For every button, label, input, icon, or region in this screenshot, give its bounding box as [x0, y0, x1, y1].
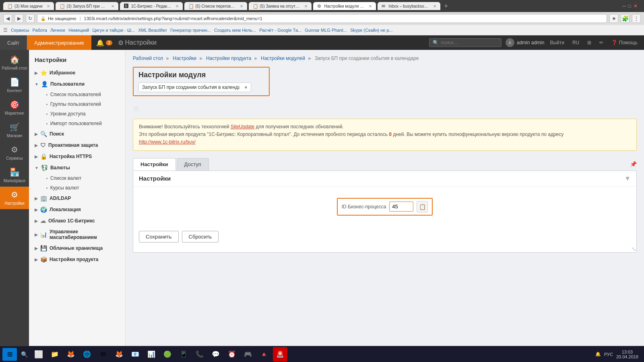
- tab-close-5[interactable]: ✕: [304, 4, 308, 8]
- sidebar-item-import-users[interactable]: ● Импорт пользователей: [40, 119, 125, 128]
- bookmark-personal[interactable]: Личное: [50, 28, 65, 33]
- taskbar-app3[interactable]: 🟢: [160, 347, 175, 362]
- search-box[interactable]: 🔍: [429, 38, 502, 47]
- site-update-link[interactable]: SiteUpdate: [231, 124, 254, 130]
- notifications-button[interactable]: 🔔 3: [96, 39, 112, 47]
- logout-button[interactable]: Выйти: [547, 40, 567, 45]
- taskbar-app8[interactable]: 🎮: [241, 347, 255, 362]
- taskbar-task-view[interactable]: ⬜: [31, 347, 46, 362]
- browser-tab-3[interactable]: 🅱 1С-Битрикс - Редактир... ✕: [120, 2, 183, 10]
- bookmark-xmlbeautifier[interactable]: XML Beautifier: [138, 28, 167, 33]
- tab-close-1[interactable]: ✕: [47, 4, 50, 8]
- bookmark-skype[interactable]: Skype (Скайн) не р...: [350, 28, 393, 33]
- browser-tab-2[interactable]: 📋 (3) Запуск БП при созда... ✕: [56, 2, 118, 10]
- tab-close-2[interactable]: ✕: [111, 4, 114, 8]
- lang-selector[interactable]: RU: [570, 40, 582, 45]
- sidebar-section-adldap[interactable]: ▶ 🏢 AD/LDAP: [29, 193, 125, 204]
- taskbar-app2[interactable]: 📊: [144, 347, 159, 362]
- tab-close-3[interactable]: ✕: [175, 4, 179, 8]
- help-button[interactable]: ❓ Помощь: [609, 40, 640, 45]
- sidebar-item-currency-list[interactable]: ● Список валют: [40, 173, 125, 183]
- menu-btn[interactable]: ⋮: [632, 14, 641, 23]
- breadcrumb-desktop[interactable]: Рабочий стол: [133, 56, 163, 61]
- user-info[interactable]: A admin admin: [506, 38, 545, 47]
- taskbar-mail[interactable]: ✉: [96, 347, 110, 362]
- business-process-id-input[interactable]: [389, 202, 413, 212]
- sidebar-section-favorites[interactable]: ▶ ⭐ Избранное: [29, 67, 125, 78]
- sidebar-section-https[interactable]: ▶ 🔒 Настройка HTTPS: [29, 151, 125, 162]
- back-button[interactable]: ◀: [3, 14, 12, 23]
- taskbar-browser3[interactable]: 🦊: [112, 347, 126, 362]
- save-button[interactable]: Сохранить: [139, 231, 179, 243]
- bookmark-german[interactable]: Немецкий: [68, 28, 89, 33]
- tab-close-6[interactable]: ✕: [369, 4, 372, 8]
- sidebar-section-product-settings[interactable]: ▶ 📦 Настройки продукта: [29, 254, 125, 265]
- taskbar-app6[interactable]: 💬: [208, 347, 223, 362]
- sidebar-section-storage[interactable]: ▶ 💾 Облачные хранилища: [29, 243, 125, 254]
- refresh-button[interactable]: ↻: [26, 14, 35, 23]
- extensions-btn[interactable]: 🧩: [621, 14, 630, 23]
- taskbar-app4[interactable]: 📱: [176, 347, 191, 362]
- tab-close-7[interactable]: ✕: [433, 4, 436, 8]
- sidebar-item-user-list[interactable]: ● Список пользователей: [40, 90, 125, 99]
- start-button[interactable]: ⊞: [2, 348, 17, 361]
- favorite-star[interactable]: ☆: [133, 104, 637, 113]
- sidebar-item-marketing[interactable]: 🎯 Маркетинг: [0, 97, 29, 119]
- sidebar-item-exchange-rates[interactable]: ● Курсы валют: [40, 183, 125, 193]
- taskbar-explorer[interactable]: 📁: [47, 347, 62, 362]
- maximize-btn[interactable]: □: [628, 3, 631, 9]
- sidebar-section-search[interactable]: ▶ 🔍 Поиск: [29, 128, 125, 140]
- taskbar-app9[interactable]: 🔺: [257, 347, 271, 362]
- breadcrumb-module-settings[interactable]: Настройки модулей: [261, 56, 305, 61]
- browser-tab-6[interactable]: ⚙ Настройки модуля - 13... ✕: [313, 2, 376, 10]
- sidebar-item-marketplace[interactable]: 🏪 Marketplace: [0, 164, 29, 187]
- tab-close-4[interactable]: ✕: [240, 4, 243, 8]
- breadcrumb-settings[interactable]: Настройки: [173, 56, 196, 61]
- collapse-button[interactable]: ▼: [624, 175, 631, 182]
- site-button[interactable]: Сайт: [0, 35, 27, 50]
- sidebar-section-cloud[interactable]: ▶ ☁ Облако 1С-Битрикс: [29, 215, 125, 226]
- taskbar-lang[interactable]: РУС: [604, 352, 613, 357]
- address-bar[interactable]: 🔓 Не защищено | 1303i.mcart.ru/bitrix/ad…: [37, 14, 607, 23]
- bookmark-qigong[interactable]: Цигун и тайцзи - Ш...: [92, 28, 135, 33]
- tab-settings[interactable]: Настройки: [133, 158, 176, 171]
- sidebar-item-user-groups[interactable]: ● Группы пользователей: [40, 99, 125, 109]
- tab-access[interactable]: Доступ: [177, 158, 209, 171]
- taskbar-browser1[interactable]: 🦊: [64, 347, 78, 362]
- minimize-btn[interactable]: ─: [622, 3, 626, 9]
- taskbar-search[interactable]: 🔍: [19, 349, 30, 360]
- browser-tab-7[interactable]: ✉ Inbox – busybackson@g... ✕: [378, 2, 440, 10]
- drag-handle[interactable]: ⤡: [632, 246, 636, 252]
- buy-link[interactable]: http://www.1c-bitrix.ru/buy/: [139, 139, 196, 145]
- reset-button[interactable]: Сбросить: [182, 231, 219, 243]
- taskbar-app1[interactable]: 📧: [128, 347, 142, 362]
- browser-tab-5[interactable]: 📋 (5) Заявка на отсутствие ✕: [249, 2, 312, 10]
- bookmark-work[interactable]: Работа: [33, 28, 47, 33]
- process-picker-button[interactable]: 📋: [417, 201, 428, 212]
- bookmark-generator[interactable]: Генератор причин...: [170, 28, 211, 33]
- sidebar-item-desktop[interactable]: 🏠 Рабочий стол: [0, 51, 29, 74]
- browser-tab-4[interactable]: 📋 (5) Список переговорн... ✕: [184, 2, 247, 10]
- breadcrumb-product-settings[interactable]: Настройки продукта: [206, 56, 251, 61]
- bookmark-btn[interactable]: ★: [609, 14, 618, 23]
- settings-topbar-button[interactable]: ⚙ Настройки: [118, 39, 157, 47]
- close-btn[interactable]: ✕: [634, 3, 638, 9]
- taskbar-app10[interactable]: 🚨: [273, 347, 287, 362]
- taskbar-browser2[interactable]: 🌐: [80, 347, 94, 362]
- edit-icon[interactable]: ✏: [597, 40, 606, 45]
- taskbar-notification[interactable]: 🔔: [595, 352, 601, 357]
- new-tab-button[interactable]: +: [442, 2, 450, 10]
- sidebar-section-currencies[interactable]: ▼ 💱 Валюты: [29, 162, 125, 173]
- bookmark-gunnar[interactable]: Gunnar MLG Phant...: [305, 28, 347, 33]
- sidebar-section-locale[interactable]: ▶ 🌍 Локализация: [29, 204, 125, 215]
- pin-icon[interactable]: 📌: [630, 161, 637, 167]
- taskbar-app5[interactable]: 📞: [192, 347, 207, 362]
- sidebar-section-scaling[interactable]: ▶ 📊 Управление масштабированием: [29, 226, 125, 243]
- bookmark-meme[interactable]: Создать мем Нель...: [214, 28, 256, 33]
- sidebar-section-protection[interactable]: ▶ 🛡 Проактивная защита: [29, 140, 125, 151]
- taskbar-app7[interactable]: ⏰: [225, 347, 239, 362]
- forward-button[interactable]: ▶: [14, 14, 23, 23]
- sidebar-item-services[interactable]: ⚙ Сервисы: [0, 142, 29, 164]
- bookmark-calc[interactable]: Расчёт - Google Та...: [259, 28, 301, 33]
- sidebar-item-access-levels[interactable]: ● Уровни доступа: [40, 109, 125, 119]
